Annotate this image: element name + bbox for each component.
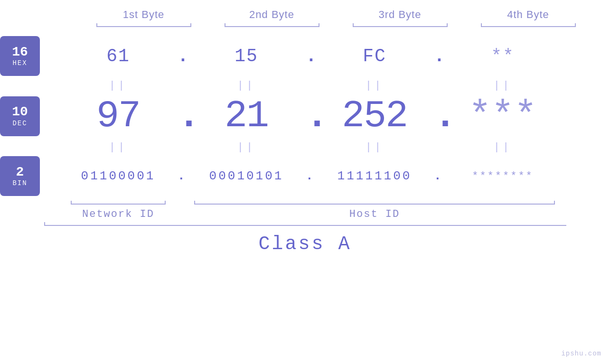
bin-values: 01100001 . 00010101 . 11111100 . *******… [54, 169, 610, 183]
hex-byte-2: 15 [182, 46, 310, 66]
main-container: 1st Byte 2nd Byte 3rd Byte 4th Byte 16 H… [0, 0, 610, 364]
bottom-bracket-container [0, 204, 610, 205]
network-bracket-line [71, 204, 166, 205]
eq-cell-3: || [310, 80, 439, 92]
top-bracket-row [0, 24, 610, 29]
equals-row-2: || || || || [0, 141, 610, 153]
hex-val-2: 15 [182, 46, 310, 66]
hex-byte-3: FC [310, 46, 439, 66]
dec-val-1: 97 [54, 94, 182, 138]
eq-cell-1: || [54, 80, 182, 92]
dec-byte-2: 21 [182, 94, 310, 138]
dec-val-3: 252 [310, 94, 439, 138]
bracket-line-2 [225, 26, 319, 27]
hex-values: 61 . 15 . FC . ** [54, 46, 610, 66]
byte-header-2: 2nd Byte [208, 9, 336, 21]
dec-byte-1: 97 [54, 94, 182, 138]
class-inner: Class A [44, 225, 566, 255]
byte-header-4: 4th Byte [464, 9, 592, 21]
bin-byte-2: 00010101 [182, 169, 310, 183]
eq2-cell-1: || [54, 141, 182, 153]
bin-byte-1: 01100001 [54, 169, 182, 183]
bin-byte-4: ******** [439, 170, 567, 182]
byte-header-1: 1st Byte [80, 9, 208, 21]
bin-val-4: ******** [439, 170, 567, 182]
bracket-line-4 [481, 26, 576, 27]
byte-header-3: 3rd Byte [336, 9, 464, 21]
bin-badge: 2 BIN [0, 156, 40, 196]
bin-badge-number: 2 [16, 165, 24, 180]
class-label-container: Class A [44, 226, 566, 255]
dec-row: 10 DEC 97 . 21 . 252 . *** [0, 94, 610, 138]
network-id-label: Network ID [54, 208, 182, 220]
class-section: Class A [0, 225, 610, 255]
hex-badge-label: HEX [12, 59, 27, 67]
header-row: 1st Byte 2nd Byte 3rd Byte 4th Byte [0, 9, 610, 21]
watermark: ipshu.com [561, 350, 601, 357]
bracket-3 [336, 24, 464, 29]
eq-cell-4: || [439, 80, 567, 92]
dec-badge: 10 DEC [0, 96, 40, 136]
dec-badge-number: 10 [12, 105, 28, 120]
bracket-line-1 [96, 26, 191, 27]
bin-byte-3: 11111100 [310, 169, 439, 183]
eq-cell-2: || [182, 80, 310, 92]
dec-byte-3: 252 [310, 94, 439, 138]
hex-val-1: 61 [54, 46, 182, 66]
host-bracket-line [194, 204, 555, 205]
equals-row-1: || || || || [0, 80, 610, 92]
labels-row: Network ID Host ID [0, 208, 610, 220]
hex-badge-number: 16 [12, 45, 28, 60]
bracket-line-3 [353, 26, 448, 27]
hex-val-4: ** [439, 46, 567, 66]
hex-byte-1: 61 [54, 46, 182, 66]
bottom-bracket-host [182, 204, 567, 205]
dec-val-4: *** [439, 94, 567, 138]
dec-val-2: 21 [182, 94, 310, 138]
bin-val-2: 00010101 [182, 169, 310, 183]
bottom-bracket-network [54, 204, 182, 205]
bracket-1 [80, 24, 208, 29]
host-id-label: Host ID [182, 208, 567, 220]
dec-badge-label: DEC [12, 120, 27, 127]
bin-badge-label: BIN [12, 179, 27, 187]
class-label: Class A [258, 233, 351, 255]
bin-row: 2 BIN 01100001 . 00010101 . 11111100 . *… [0, 156, 610, 196]
bin-val-3: 11111100 [310, 169, 439, 183]
hex-byte-4: ** [439, 46, 567, 66]
eq2-cell-3: || [310, 141, 439, 153]
bracket-2 [208, 24, 336, 29]
eq2-cell-2: || [182, 141, 310, 153]
bin-val-1: 01100001 [54, 169, 182, 183]
dec-values: 97 . 21 . 252 . *** [54, 94, 610, 138]
hex-badge: 16 HEX [0, 36, 40, 76]
hex-val-3: FC [310, 46, 439, 66]
hex-row: 16 HEX 61 . 15 . FC . ** [0, 36, 610, 76]
dec-byte-4: *** [439, 94, 567, 138]
eq2-cell-4: || [439, 141, 567, 153]
bracket-4 [464, 24, 592, 29]
class-divider [44, 225, 566, 226]
